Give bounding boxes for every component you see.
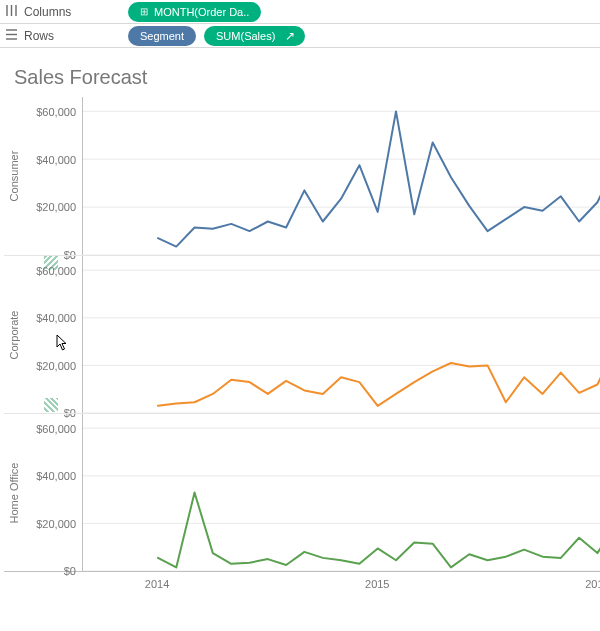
x-tick: 2015 (365, 578, 389, 590)
y-tick: $0 (64, 565, 76, 577)
segment-label-consumer: Consumer (4, 97, 24, 255)
y-tick: $60,000 (36, 423, 76, 435)
y-axis-home-office: $60,000 $40,000 $20,000 $0 (24, 414, 82, 571)
plus-icon: ⊞ (140, 6, 148, 17)
columns-label: Columns (24, 5, 71, 19)
y-tick: $60,000 (36, 265, 76, 277)
plot-consumer[interactable] (82, 97, 600, 255)
y-axis-corporate: $60,000 $40,000 $20,000 $0 (24, 256, 82, 413)
pill-text: MONTH(Order Da.. (154, 6, 249, 18)
plot-corporate[interactable] (82, 256, 600, 413)
columns-shelf[interactable]: Columns ⊞ MONTH(Order Da.. (0, 0, 600, 24)
plot-home-office[interactable] (82, 414, 600, 571)
y-axis-consumer: $60,000 $40,000 $20,000 $0 (24, 97, 82, 255)
y-tick: $60,000 (36, 106, 76, 118)
x-axis: 2014 2015 2016 (4, 571, 600, 601)
columns-pill-month-order-date[interactable]: ⊞ MONTH(Order Da.. (128, 2, 261, 22)
panel-corporate: Corporate $60,000 $40,000 $20,000 $0 (4, 255, 600, 413)
forecast-icon: ↗ (285, 29, 295, 43)
panel-home-office: Home Office $60,000 $40,000 $20,000 $0 (4, 413, 600, 571)
columns-label-group: Columns (4, 4, 120, 20)
y-tick: $20,000 (36, 360, 76, 372)
rows-pill-segment[interactable]: Segment (128, 26, 196, 46)
y-tick: $40,000 (36, 154, 76, 166)
chart-title: Sales Forecast (0, 48, 600, 97)
chart-area: Consumer $60,000 $40,000 $20,000 $0 Corp… (4, 97, 600, 601)
pill-text: Segment (140, 30, 184, 42)
rows-shelf[interactable]: Rows Segment SUM(Sales) ↗ (0, 24, 600, 48)
columns-icon (4, 4, 18, 20)
y-tick: $20,000 (36, 201, 76, 213)
y-tick: $40,000 (36, 470, 76, 482)
line-home-office (158, 493, 600, 568)
x-tick: 2016 (585, 578, 600, 590)
pill-text: SUM(Sales) (216, 30, 275, 42)
segment-label-home-office: Home Office (4, 414, 24, 571)
line-corporate (158, 346, 600, 405)
segment-label-corporate: Corporate (4, 256, 24, 413)
line-consumer (158, 111, 600, 246)
y-tick: $20,000 (36, 518, 76, 530)
gridlines (83, 111, 600, 255)
panel-consumer: Consumer $60,000 $40,000 $20,000 $0 (4, 97, 600, 255)
y-tick: $40,000 (36, 312, 76, 324)
rows-label-group: Rows (4, 28, 120, 44)
rows-label: Rows (24, 29, 54, 43)
x-tick: 2014 (145, 578, 169, 590)
rows-icon (4, 28, 18, 44)
rows-pill-sum-sales[interactable]: SUM(Sales) ↗ (204, 26, 305, 46)
